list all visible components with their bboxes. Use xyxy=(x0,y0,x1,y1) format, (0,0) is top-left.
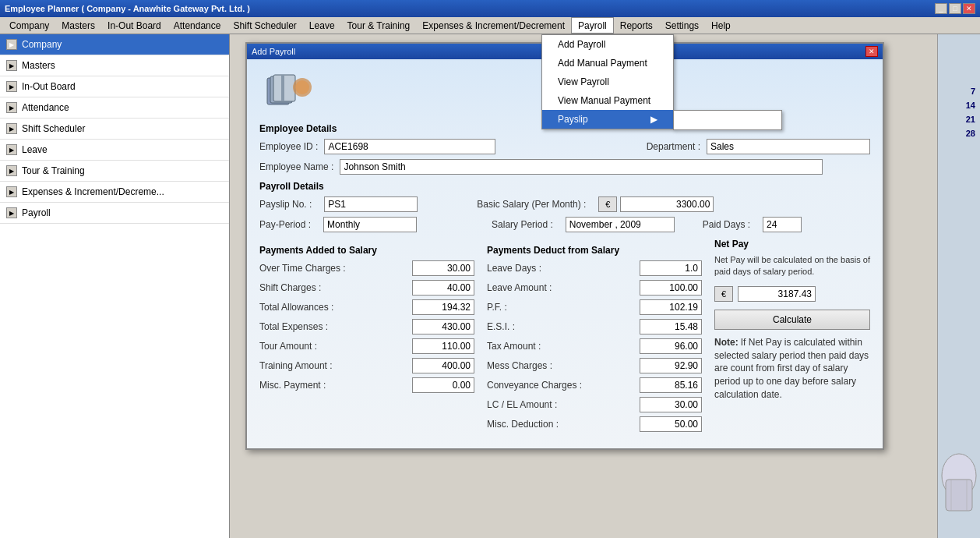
misc-deduction-label: Misc. Deduction : xyxy=(487,419,559,430)
sidebar-item-label-leave: Leave xyxy=(22,144,48,155)
overtime-input[interactable] xyxy=(412,260,474,276)
employee-id-input[interactable] xyxy=(324,139,495,154)
payroll-details-row1: Payslip No. : Basic Salary (Per Month) :… xyxy=(259,196,870,212)
menu-settings[interactable]: Settings xyxy=(659,17,705,34)
net-pay-col: Net Pay Net Pay will be calculated on th… xyxy=(714,239,870,436)
menu-company[interactable]: Company xyxy=(3,17,55,34)
deduct-row-mess: Mess Charges : xyxy=(487,358,702,373)
net-pay-input[interactable] xyxy=(738,286,816,302)
pay-period-label: Pay-Period : xyxy=(259,219,311,230)
menu-help[interactable]: Help xyxy=(705,17,737,34)
calendar-panel: 7 14 21 28 xyxy=(937,34,980,538)
net-pay-header: Net Pay xyxy=(714,239,870,250)
sidebar-item-in-out-board[interactable]: ▶ In-Out Board xyxy=(0,76,229,97)
dropdown-add-manual-payment[interactable]: Add Manual Payment xyxy=(542,54,673,73)
deduct-row-conveyance: Conveyance Charges : xyxy=(487,377,702,393)
paid-days-input[interactable] xyxy=(763,217,802,232)
maximize-button[interactable]: □ xyxy=(949,3,961,14)
total-expenses-input[interactable] xyxy=(412,319,474,334)
submenu-payroll-payslip[interactable]: Payroll Payslip xyxy=(674,111,781,129)
menu-in-out-board[interactable]: In-Out Board xyxy=(101,17,167,34)
sidebar-expand-icon-5: ▶ xyxy=(6,123,17,134)
dropdown-view-manual-payment[interactable]: View Manual Payment xyxy=(542,91,673,110)
pf-input[interactable] xyxy=(640,299,702,315)
leave-amount-label: Leave Amount : xyxy=(487,282,552,293)
employee-name-row: Employee Name : xyxy=(259,159,870,175)
payslip-no-input[interactable] xyxy=(324,196,418,212)
conveyance-input[interactable] xyxy=(640,377,702,393)
tour-amount-label: Tour Amount : xyxy=(259,341,317,352)
employee-id-row: Employee ID : xyxy=(259,139,495,154)
sidebar-item-masters[interactable]: ▶ Masters xyxy=(0,55,229,76)
salary-period-label: Salary Period : xyxy=(492,219,553,230)
shift-charges-label: Shift Charges : xyxy=(259,282,321,293)
payroll-dropdown: Add Payroll Add Manual Payment View Payr… xyxy=(541,34,674,129)
modal-close-button[interactable]: ✕ xyxy=(865,46,878,57)
tour-amount-input[interactable] xyxy=(412,338,474,354)
payroll-details-header: Payroll Details xyxy=(259,181,870,192)
payment-row-allowances: Total Allowances : xyxy=(259,299,474,315)
misc-deduction-input[interactable] xyxy=(640,416,702,432)
leave-days-input[interactable] xyxy=(640,260,702,276)
payment-row-overtime: Over Time Charges : xyxy=(259,260,474,276)
sidebar-item-label-company: Company xyxy=(22,39,62,50)
menu-masters[interactable]: Masters xyxy=(55,17,101,34)
department-input[interactable] xyxy=(707,139,870,154)
sidebar-expand-icon-4: ▶ xyxy=(6,102,17,113)
sidebar-expand-icon-8: ▶ xyxy=(6,186,17,197)
deduct-row-leave-days: Leave Days : xyxy=(487,260,702,276)
menu-attendance[interactable]: Attendance xyxy=(167,17,227,34)
pay-period-input[interactable] xyxy=(323,217,417,232)
dropdown-payslip[interactable]: Payslip ▶ Payroll Payslip xyxy=(542,110,673,129)
sidebar-item-label-shift-scheduler: Shift Scheduler xyxy=(22,123,85,134)
dropdown-add-payroll[interactable]: Add Payroll xyxy=(542,35,673,54)
menu-shift-scheduler[interactable]: Shift Scheduler xyxy=(227,17,302,34)
calendar-bag-icon xyxy=(939,437,978,530)
mess-charges-label: Mess Charges : xyxy=(487,360,552,371)
misc-payment-input[interactable] xyxy=(412,377,474,393)
app-title: Employee Planner ( Company - Anawhite Ga… xyxy=(5,4,250,13)
main-layout: ▶ Company ▶ Masters ▶ In-Out Board ▶ Att… xyxy=(0,34,980,538)
menu-payroll[interactable]: Payroll xyxy=(571,17,614,34)
total-allowances-input[interactable] xyxy=(412,299,474,315)
menu-leave[interactable]: Leave xyxy=(303,17,341,34)
calculate-button[interactable]: Calculate xyxy=(714,310,870,330)
sidebar-item-attendance[interactable]: ▶ Attendance xyxy=(0,97,229,119)
close-button[interactable]: ✕ xyxy=(963,3,975,14)
sidebar-expand-icon: ▶ xyxy=(6,39,17,50)
salary-period-input[interactable] xyxy=(566,217,675,232)
basic-salary-label: Basic Salary (Per Month) : xyxy=(477,199,586,210)
training-amount-input[interactable] xyxy=(412,358,474,373)
sidebar-item-label-payroll: Payroll xyxy=(22,207,51,218)
cal-num-14: 14 xyxy=(939,98,978,112)
sidebar-item-payroll[interactable]: ▶ Payroll xyxy=(0,203,229,224)
net-pay-amount-row: € xyxy=(714,286,870,302)
lc-el-input[interactable] xyxy=(640,397,702,412)
esi-input[interactable] xyxy=(640,319,702,334)
three-col-section: Payments Added to Salary Over Time Charg… xyxy=(259,239,870,436)
menu-expenses[interactable]: Expenses & Increment/Decrement xyxy=(416,17,571,34)
menu-tour-training[interactable]: Tour & Training xyxy=(341,17,417,34)
payment-row-misc-payment: Misc. Payment : xyxy=(259,377,474,393)
payslip-submenu: Payroll Payslip xyxy=(673,110,782,130)
note-text: Note: If Net Pay is calculated within se… xyxy=(714,336,870,402)
sidebar-item-shift-scheduler[interactable]: ▶ Shift Scheduler xyxy=(0,119,229,140)
mess-charges-input[interactable] xyxy=(640,358,702,373)
tax-amount-input[interactable] xyxy=(640,338,702,354)
menu-reports[interactable]: Reports xyxy=(614,17,659,34)
sidebar-item-company[interactable]: ▶ Company xyxy=(0,34,229,55)
employee-name-input[interactable] xyxy=(340,159,823,175)
payment-row-training: Training Amount : xyxy=(259,358,474,373)
deduct-row-pf: P.F. : xyxy=(487,299,702,315)
sidebar-item-label-tour-training: Tour & Training xyxy=(22,165,85,176)
sidebar-item-tour-training[interactable]: ▶ Tour & Training xyxy=(0,161,229,182)
shift-charges-input[interactable] xyxy=(412,280,474,296)
minimize-button[interactable]: _ xyxy=(935,3,947,14)
sidebar-item-expenses[interactable]: ▶ Expenses & Increment/Decreme... xyxy=(0,182,229,203)
basic-salary-input[interactable] xyxy=(620,196,714,212)
department-label: Department : xyxy=(647,141,700,152)
sidebar-item-leave[interactable]: ▶ Leave xyxy=(0,140,229,161)
leave-amount-input[interactable] xyxy=(640,280,702,296)
dropdown-view-payroll[interactable]: View Payroll xyxy=(542,73,673,91)
payments-deducted-header: Payments Deduct from Salary xyxy=(487,245,702,256)
